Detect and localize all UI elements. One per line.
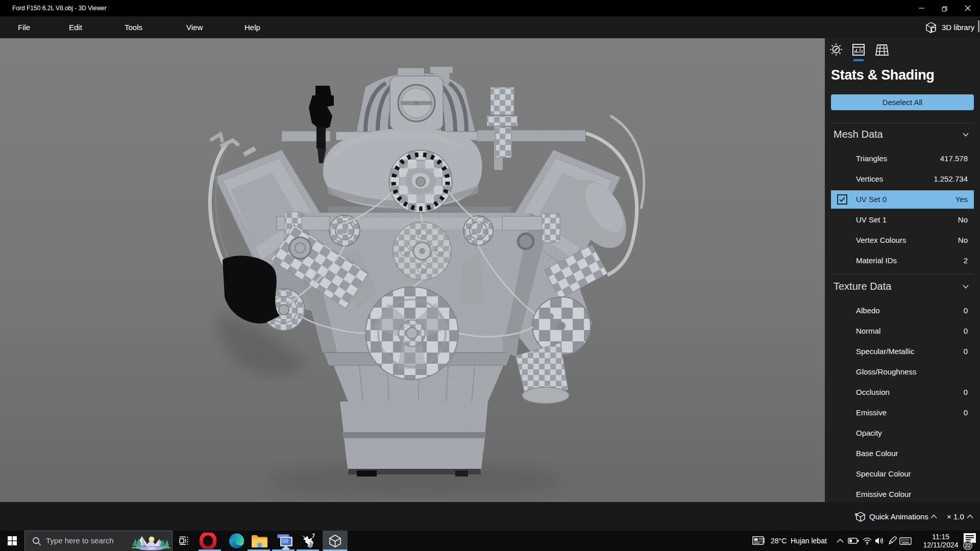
svg-text:22: 22: [965, 542, 971, 548]
svg-text:7: 7: [312, 533, 315, 539]
